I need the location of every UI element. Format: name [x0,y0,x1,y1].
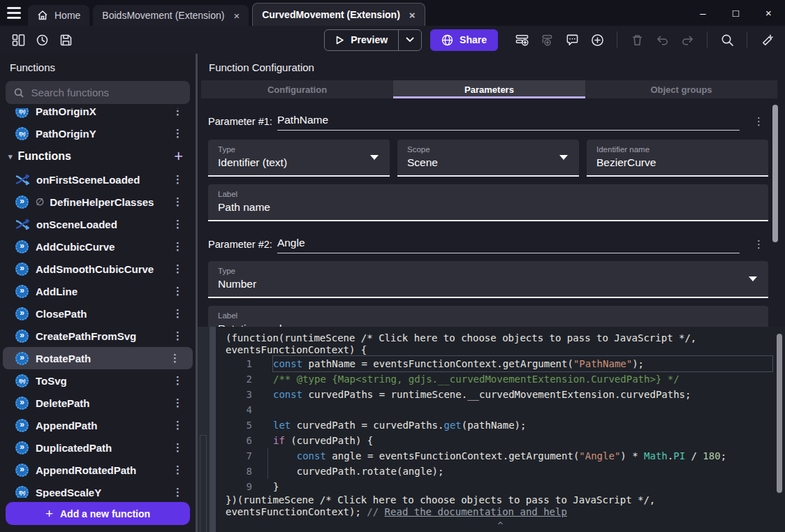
action-function-icon: » [15,352,29,365]
code-line[interactable]: 6if (curvedPath) { [226,433,785,448]
tab-parameters[interactable]: Parameters [393,80,585,98]
tab-home[interactable]: Home [28,5,89,26]
share-button[interactable]: Share [430,29,498,51]
item-menu-icon[interactable]: ⋮ [170,195,186,208]
function-item-SpeedScaleY[interactable]: f(x)SpeedScaleY⋮ [0,481,196,498]
code-line[interactable]: 9} [226,479,785,494]
code-line[interactable]: 7 const angle = eventsFunctionContext.ge… [226,448,785,464]
add-function-icon[interactable]: + [170,147,187,165]
function-item-AddSmoothCubicCurve[interactable]: »AddSmoothCubicCurve⋮ [0,258,196,280]
caret-down-icon[interactable]: ▾ [8,152,13,161]
item-menu-icon[interactable]: ⋮ [170,486,186,498]
globe-icon [441,34,453,46]
save-icon[interactable] [56,30,75,50]
parameter-menu-icon[interactable]: ⋮ [749,115,768,131]
function-item-CreatePathFromSvg[interactable]: »CreatePathFromSvg⋮ [0,325,196,347]
item-menu-icon[interactable]: ⋮ [170,307,186,320]
tab-object-groups[interactable]: Object groups [585,80,777,98]
parameter-1-type-select[interactable]: Type Identifier (text) [208,140,390,177]
parameter-2-type-select[interactable]: Type Number [208,261,768,298]
code-line[interactable]: 2/** @type {Map<string, gdjs.__curvedMov… [226,371,785,387]
chevron-up-icon[interactable]: ^ [498,521,504,532]
item-menu-icon[interactable]: ⋮ [170,464,186,476]
function-item-AddLine[interactable]: »AddLine⋮ [0,280,196,302]
preview-dropdown-button[interactable] [399,30,421,50]
parameter-1-name-input[interactable]: PathName [277,114,740,131]
close-icon[interactable]: × [406,9,416,21]
comment-icon[interactable] [562,30,582,50]
function-item-DuplicatedPath[interactable]: »DuplicatedPath⋮ [0,436,196,459]
parameter-2-name-input[interactable]: Angle [277,237,740,253]
code-line[interactable]: 4 [226,402,785,418]
minimize-icon[interactable]: – [687,0,719,26]
function-item-AddCubicCurve[interactable]: »AddCubicCurve⋮ [0,235,196,258]
close-window-icon[interactable]: × [752,0,785,26]
item-menu-icon[interactable]: ⋮ [170,397,186,409]
function-item-RotatePath[interactable]: »RotatePath⋮ [3,347,193,369]
parameter-menu-icon[interactable]: ⋮ [749,238,768,253]
add-circle-icon[interactable] [587,30,607,50]
code-wrapper-line[interactable]: })(runtimeScene /* Click here to choose … [226,494,785,506]
sidebar-title: Functions [0,54,196,80]
code-wrapper-line[interactable]: eventsFunctionContext); // Read the docu… [226,506,785,518]
item-menu-icon[interactable]: ⋮ [170,173,186,186]
item-menu-icon[interactable]: ⋮ [170,263,186,275]
preview-button[interactable]: Preview [325,30,398,50]
home-icon [37,10,48,21]
wand-icon[interactable] [757,30,777,50]
search-functions-input[interactable] [31,87,182,98]
function-item-ClosePath[interactable]: »ClosePath⋮ [0,302,196,325]
functions-section-header[interactable]: ▾ Functions + [0,145,196,168]
layout-icon[interactable] [8,30,28,50]
code-line[interactable]: 8 curvedPath.rotate(angle); [226,464,785,479]
code-line[interactable]: 3const curvedPaths = runtimeScene.__curv… [226,387,785,402]
search-functions-box[interactable] [6,81,190,104]
parameter-1-identifier-name-input[interactable]: Identifier name BezierCurve [587,140,768,177]
tab-configuration[interactable]: Configuration [201,80,393,98]
code-wrapper-line[interactable]: (function(runtimeScene /* Click here to … [226,332,785,344]
close-icon[interactable]: × [230,10,240,22]
redo-icon[interactable] [677,30,697,50]
function-item-label: RotatePath [36,353,160,364]
code-line[interactable]: 5let curvedPath = curvedPaths.get(pathNa… [226,418,785,433]
history-icon[interactable] [32,30,52,50]
tab-curvedmovement[interactable]: CurvedMovement (Extension) × [252,3,425,26]
item-menu-icon[interactable]: ⋮ [170,218,186,230]
function-item-onSceneLoaded[interactable]: onSceneLoaded⋮ [0,213,196,235]
function-item-PathOriginY[interactable]: f(x)PathOriginY⋮ [0,122,196,145]
code-area[interactable]: (function(runtimeScene /* Click here to … [216,327,785,532]
function-item-AppendRotatedPath[interactable]: »AppendRotatedPath⋮ [0,459,196,481]
function-item-onFirstSceneLoaded[interactable]: onFirstSceneLoaded⋮ [0,168,196,191]
search-icon[interactable] [717,30,737,50]
add-subevent-icon[interactable] [537,30,557,50]
item-menu-icon[interactable]: ⋮ [170,127,186,140]
code-wrapper-line[interactable]: eventsFunctionContext) { [226,344,785,356]
javascript-code-editor[interactable]: (function(runtimeScene /* Click here to … [198,327,785,532]
function-item-DefineHelperClasses[interactable]: »∅DefineHelperClasses⋮ [0,191,196,213]
code-line[interactable]: 1const pathName = eventsFunctionContext.… [226,356,785,371]
function-item-PathOriginX[interactable]: f(x)PathOriginX⋮ [0,108,196,122]
trash-icon[interactable] [627,30,647,50]
undo-icon[interactable] [652,30,672,50]
action-function-icon: » [15,307,29,320]
function-item-ToSvg[interactable]: f(x)ToSvg⋮ [0,369,196,392]
item-menu-icon[interactable]: ⋮ [170,419,186,431]
item-menu-icon[interactable]: ⋮ [170,374,186,387]
item-menu-icon[interactable]: ⋮ [170,285,186,297]
item-menu-icon[interactable]: ⋮ [170,108,186,117]
parameter-1-scope-select[interactable]: Scope Scene [397,140,579,177]
function-item-DeletePath[interactable]: »DeletePath⋮ [0,392,196,414]
tab-boidsmovement[interactable]: BoidsMovement (Extension) × [93,5,249,26]
add-new-function-button[interactable]: + Add a new function [6,502,190,525]
item-menu-icon[interactable]: ⋮ [170,240,186,253]
item-menu-icon[interactable]: ⋮ [170,441,186,454]
maximize-icon[interactable]: □ [719,0,752,26]
function-item-AppendPath[interactable]: »AppendPath⋮ [0,414,196,436]
menu-icon[interactable] [0,0,28,26]
parameter-1-label-input[interactable]: Label Path name [208,184,768,221]
item-menu-icon[interactable]: ⋮ [167,352,183,364]
parameters-scrollbar[interactable] [772,105,778,242]
editor-scrollbar[interactable] [777,334,782,493]
item-menu-icon[interactable]: ⋮ [170,330,186,342]
add-event-icon[interactable] [512,30,531,50]
